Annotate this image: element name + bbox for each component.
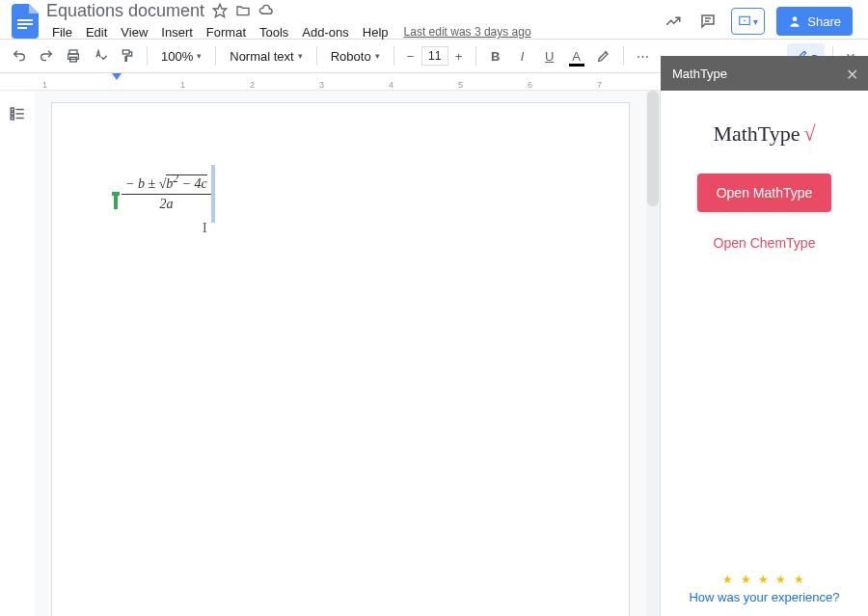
vertical-scrollbar[interactable] <box>646 91 660 616</box>
svg-rect-14 <box>11 108 14 111</box>
spellcheck-icon[interactable] <box>89 44 112 67</box>
font-size-control: − 11 + <box>402 46 468 66</box>
ibeam-cursor-icon: I <box>203 221 207 236</box>
move-folder-icon[interactable] <box>235 3 251 18</box>
title-area: Equations document File Edit View Insert… <box>46 1 662 41</box>
menu-help[interactable]: Help <box>357 23 394 41</box>
left-rail <box>0 91 35 616</box>
paint-format-icon[interactable] <box>116 44 139 67</box>
mathtype-panel-header: MathType ✕ <box>661 56 868 91</box>
svg-marker-3 <box>213 4 226 16</box>
svg-rect-0 <box>17 19 33 21</box>
highlight-button[interactable] <box>592 44 615 67</box>
mathtype-logo: MathType √ <box>713 121 815 147</box>
open-mathtype-button[interactable]: Open MathType <box>697 174 832 212</box>
share-button[interactable]: Share <box>776 7 853 36</box>
mathtype-panel: MathType ✕ MathType √ Open MathType Open… <box>660 91 868 616</box>
workspace: − b ± √b2 − 4c 2a I MathType ✕ MathType … <box>0 91 868 616</box>
svg-rect-13 <box>122 50 129 54</box>
font-size-plus[interactable]: + <box>450 47 468 65</box>
menu-file[interactable]: File <box>46 23 78 41</box>
open-chemtype-link[interactable]: Open ChemType <box>714 235 816 251</box>
menu-bar: File Edit View Insert Format Tools Add-o… <box>46 22 662 41</box>
style-select[interactable]: Normal text▾ <box>224 47 308 66</box>
zoom-select[interactable]: 100%▾ <box>155 47 207 66</box>
print-icon[interactable] <box>62 44 85 67</box>
text-cursor-icon <box>211 165 215 223</box>
font-size-minus[interactable]: − <box>402 47 420 65</box>
activity-icon[interactable] <box>662 10 685 33</box>
feedback-link[interactable]: How was your experience? <box>672 590 856 604</box>
header-actions: ▾ Share <box>662 7 860 36</box>
indent-marker-icon[interactable] <box>112 73 122 80</box>
svg-rect-2 <box>17 27 27 29</box>
menu-insert[interactable]: Insert <box>155 23 199 41</box>
text-color-button[interactable]: A <box>565 44 588 67</box>
docs-app-icon[interactable] <box>8 4 42 39</box>
mathtype-footer: ★ ★ ★ ★ ★ How was your experience? <box>661 561 868 616</box>
document-scroll[interactable]: − b ± √b2 − 4c 2a I <box>35 91 646 616</box>
svg-rect-1 <box>17 23 33 25</box>
scrollbar-thumb[interactable] <box>647 91 659 206</box>
more-tools-button[interactable]: ⋯ <box>632 44 655 67</box>
font-select[interactable]: Roboto▾ <box>325 47 386 66</box>
mathtype-panel-title: MathType <box>672 67 727 81</box>
document-title[interactable]: Equations document <box>46 1 204 21</box>
menu-addons[interactable]: Add-ons <box>296 23 354 41</box>
bold-button[interactable]: B <box>484 44 507 67</box>
menu-view[interactable]: View <box>115 23 153 41</box>
menu-edit[interactable]: Edit <box>80 23 113 41</box>
italic-button[interactable]: I <box>511 44 534 67</box>
comments-icon[interactable] <box>696 10 719 33</box>
app-header: Equations document File Edit View Insert… <box>0 0 868 39</box>
svg-rect-18 <box>11 117 14 120</box>
present-button[interactable]: ▾ <box>731 8 765 35</box>
redo-icon[interactable] <box>35 44 58 67</box>
last-edit-link[interactable]: Last edit was 3 days ago <box>404 25 531 39</box>
close-icon[interactable]: ✕ <box>846 66 858 84</box>
cloud-saved-icon[interactable] <box>258 3 274 18</box>
mathtype-body: MathType √ Open MathType Open ChemType <box>661 91 868 561</box>
menu-tools[interactable]: Tools <box>254 23 294 41</box>
menu-format[interactable]: Format <box>201 23 252 41</box>
rating-stars-icon[interactable]: ★ ★ ★ ★ ★ <box>672 573 856 586</box>
svg-point-9 <box>793 16 798 21</box>
share-label: Share <box>807 14 841 29</box>
underline-button[interactable]: U <box>538 44 561 67</box>
equation-object[interactable]: − b ± √b2 − 4c 2a I <box>122 173 211 212</box>
undo-icon[interactable] <box>8 44 31 67</box>
page[interactable]: − b ± √b2 − 4c 2a I <box>51 102 630 616</box>
font-size-value[interactable]: 11 <box>421 46 448 66</box>
svg-rect-16 <box>11 113 14 116</box>
outline-toggle-icon[interactable] <box>6 102 29 125</box>
checkmark-icon: √ <box>804 121 816 147</box>
equation-handle-icon[interactable] <box>114 196 118 209</box>
star-icon[interactable] <box>212 3 228 18</box>
